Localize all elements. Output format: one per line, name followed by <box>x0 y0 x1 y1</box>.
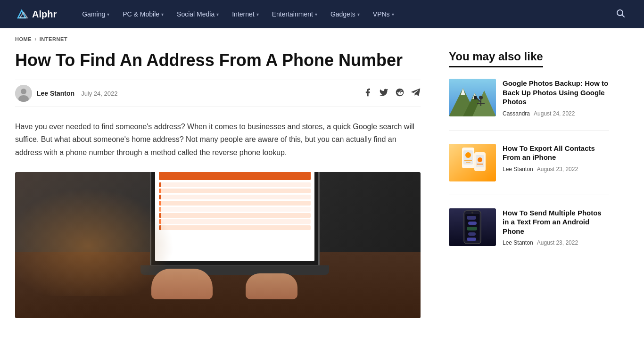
sidebar-card-2-content: How To Export All Contacts From an iPhon… <box>503 144 609 173</box>
breadcrumb: HOME › INTERNET <box>0 28 644 46</box>
sidebar-divider-2 <box>449 195 609 195</box>
svg-rect-24 <box>466 162 471 163</box>
sidebar-card-1-meta: Cassandra August 24, 2022 <box>503 110 609 117</box>
nav-internet[interactable]: Internet ▾ <box>225 0 265 28</box>
article-image <box>15 172 421 318</box>
sidebar-card-3-title[interactable]: How To Send Multiple Photos in a Text Fr… <box>503 208 609 236</box>
sidebar-section-title: You may also like <box>449 50 543 67</box>
nav-entertainment[interactable]: Entertainment ▾ <box>265 0 324 28</box>
avatar <box>15 85 32 102</box>
sidebar-card-1-content: Google Photos Backup: How to Back Up Pho… <box>503 79 609 117</box>
facebook-share-icon[interactable] <box>363 88 372 99</box>
article-meta: Lee Stanton July 24, 2022 <box>15 80 421 107</box>
sidebar-card-3-image <box>449 208 496 246</box>
sidebar-card-2-meta: Lee Stanton August 23, 2022 <box>503 166 609 173</box>
article-body: Have you ever needed to find someone's a… <box>15 120 421 159</box>
svg-line-3 <box>622 15 625 17</box>
svg-rect-23 <box>464 160 472 161</box>
sidebar-card-3-content: How To Send Multiple Photos in a Text Fr… <box>503 208 609 247</box>
chevron-down-icon: ▾ <box>392 12 394 17</box>
svg-rect-18 <box>474 96 477 99</box>
breadcrumb-separator: › <box>34 36 37 42</box>
sidebar-card-1: Google Photos Backup: How to Back Up Pho… <box>449 79 609 117</box>
sidebar-card-2: How To Export All Contacts From an iPhon… <box>449 144 609 181</box>
nav-items: Gaming ▾ PC & Mobile ▾ Social Media ▾ In… <box>75 0 612 28</box>
sidebar-card-3: How To Send Multiple Photos in a Text Fr… <box>449 208 609 247</box>
svg-rect-33 <box>468 222 477 225</box>
chevron-down-icon: ▾ <box>315 12 317 17</box>
breadcrumb-home[interactable]: HOME <box>15 36 32 42</box>
sidebar-card-1-image <box>449 79 496 116</box>
main-nav: Alphr Gaming ▾ PC & Mobile ▾ Social Medi… <box>0 0 644 28</box>
article-date: July 24, 2022 <box>81 90 117 97</box>
breadcrumb-current: INTERNET <box>40 36 67 42</box>
svg-rect-34 <box>467 227 477 230</box>
svg-rect-28 <box>477 164 483 165</box>
nav-gaming[interactable]: Gaming ▾ <box>75 0 116 28</box>
social-share-icons <box>363 88 421 99</box>
meta-left: Lee Stanton July 24, 2022 <box>15 85 117 102</box>
twitter-share-icon[interactable] <box>379 88 388 99</box>
search-icon[interactable] <box>612 5 629 24</box>
telegram-share-icon[interactable] <box>411 88 421 99</box>
svg-point-37 <box>471 212 473 214</box>
sidebar-card-2-title[interactable]: How To Export All Contacts From an iPhon… <box>503 144 609 162</box>
logo[interactable]: Alphr <box>15 8 57 21</box>
nav-pc-mobile[interactable]: PC & Mobile ▾ <box>116 0 170 28</box>
sidebar: You may also like <box>449 46 609 318</box>
nav-social-media[interactable]: Social Media ▾ <box>170 0 225 28</box>
chevron-down-icon: ▾ <box>357 12 360 17</box>
svg-rect-32 <box>467 216 476 220</box>
article-title: How To Find An Address From A Phone Numb… <box>15 50 421 70</box>
chevron-down-icon: ▾ <box>107 12 109 17</box>
sidebar-card-2-author: Lee Stanton <box>503 166 533 173</box>
main-content: How To Find An Address From A Phone Numb… <box>15 46 421 318</box>
sidebar-card-2-date: August 23, 2022 <box>537 166 578 173</box>
sidebar-divider-1 <box>449 130 609 131</box>
svg-rect-35 <box>468 232 476 236</box>
nav-vpns[interactable]: VPNs ▾ <box>366 0 401 28</box>
chevron-down-icon: ▾ <box>216 12 219 17</box>
sidebar-card-3-author: Lee Stanton <box>503 239 533 246</box>
svg-rect-36 <box>467 238 476 241</box>
nav-gadgets[interactable]: Gadgets ▾ <box>324 0 366 28</box>
sidebar-card-1-title[interactable]: Google Photos Backup: How to Back Up Pho… <box>503 79 609 107</box>
svg-point-22 <box>465 152 471 158</box>
sidebar-card-1-date: August 24, 2022 <box>534 110 575 117</box>
svg-point-14 <box>479 96 483 99</box>
svg-point-27 <box>478 157 482 162</box>
author-name: Lee Stanton <box>37 90 74 97</box>
logo-text: Alphr <box>32 9 57 20</box>
reddit-share-icon[interactable] <box>395 88 405 99</box>
sidebar-card-1-author: Cassandra <box>503 110 530 117</box>
chevron-down-icon: ▾ <box>256 12 259 17</box>
svg-point-5 <box>21 89 26 94</box>
sidebar-card-3-date: August 23, 2022 <box>537 239 578 246</box>
sidebar-card-2-image <box>449 144 496 181</box>
chevron-down-icon: ▾ <box>161 12 164 17</box>
page-layout: How To Find An Address From A Phone Numb… <box>0 46 644 337</box>
sidebar-card-3-meta: Lee Stanton August 23, 2022 <box>503 239 609 246</box>
